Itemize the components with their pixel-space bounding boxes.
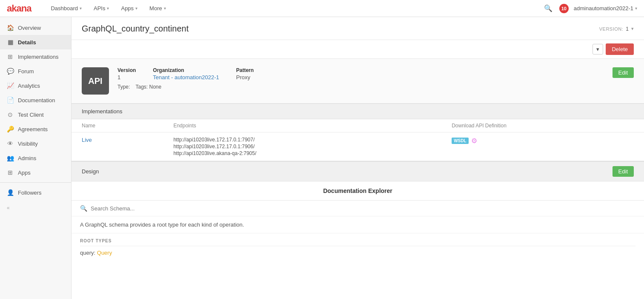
root-type-query: query: Query bbox=[80, 250, 635, 256]
version-label: VERSION: bbox=[599, 26, 624, 32]
sidebar-item-details[interactable]: ▦ Details bbox=[0, 35, 71, 49]
nav-apis[interactable]: APIs ▾ bbox=[88, 0, 115, 17]
agreements-icon: 🔑 bbox=[7, 126, 14, 132]
doc-explorer-title: Documentation Explorer bbox=[72, 181, 644, 201]
apps-icon: ⊞ bbox=[7, 169, 14, 176]
gear-icon[interactable]: ⚙ bbox=[471, 137, 477, 145]
visibility-icon: 👁 bbox=[7, 140, 14, 147]
impl-name-cell: Live bbox=[72, 132, 163, 161]
sidebar-item-implementations[interactable]: ⊞ Implementations bbox=[0, 49, 71, 64]
endpoint-3: http://api10203live.akana-qa-2:7905/ bbox=[173, 150, 431, 156]
root-types-section: ROOT TYPES query: Query bbox=[72, 233, 644, 261]
endpoint-list: http://api10203live.172.17.0.1:7907/ htt… bbox=[173, 137, 431, 156]
apps-chevron-icon: ▾ bbox=[135, 6, 137, 11]
impl-download-cell: WSDL ⚙ bbox=[441, 132, 644, 161]
implementations-icon: ⊞ bbox=[7, 53, 14, 60]
collapse-icon: « bbox=[7, 205, 10, 211]
top-nav-right: 🔍 10 adminautomation2022-1 ▾ bbox=[542, 3, 637, 14]
sidebar-item-agreements[interactable]: 🔑 Agreements bbox=[0, 122, 71, 136]
page-title: GraphQL_country_continent bbox=[82, 24, 189, 34]
design-section-header: Design Edit bbox=[72, 161, 644, 181]
forum-icon: 💬 bbox=[7, 68, 14, 75]
admins-icon: 👥 bbox=[7, 155, 14, 161]
sidebar-item-analytics[interactable]: 📈 Analytics bbox=[0, 78, 71, 93]
api-org-col: Organization Tenant - automation2022-1 bbox=[153, 67, 219, 80]
col-name: Name bbox=[72, 119, 163, 132]
wsdl-button[interactable]: WSDL bbox=[452, 138, 468, 144]
api-pattern-value: Proxy bbox=[236, 74, 254, 80]
impl-live-link[interactable]: Live bbox=[82, 137, 92, 143]
sidebar-divider bbox=[0, 182, 71, 183]
table-row: Live http://api10203live.172.17.0.1:7907… bbox=[72, 132, 644, 161]
api-org-value: Tenant - automation2022-1 bbox=[153, 74, 219, 80]
main-layout: 🏠 Overview ▦ Details ⊞ Implementations 💬… bbox=[0, 17, 644, 299]
doc-description: A GraphQL schema provides a root type fo… bbox=[72, 216, 644, 233]
sidebar-item-forum[interactable]: 💬 Forum bbox=[0, 64, 71, 78]
more-chevron-icon: ▾ bbox=[164, 6, 166, 11]
analytics-icon: 📈 bbox=[7, 82, 14, 89]
top-nav: akana Dashboard ▾ APIs ▾ Apps ▾ More ▾ 🔍… bbox=[0, 0, 644, 17]
tags-value: None bbox=[149, 84, 162, 90]
main-content: GraphQL_country_continent VERSION: 1 ▾ ▾… bbox=[72, 17, 644, 299]
download-buttons: WSDL ⚙ bbox=[452, 137, 634, 145]
doc-explorer: Documentation Explorer 🔍 A GraphQL schem… bbox=[72, 181, 644, 270]
api-version-col: Version 1 bbox=[117, 67, 136, 80]
api-edit-button[interactable]: Edit bbox=[613, 67, 634, 78]
nav-dashboard[interactable]: Dashboard ▾ bbox=[45, 0, 88, 17]
api-info-section: API Version 1 Organization Tenant - auto… bbox=[72, 59, 644, 104]
sidebar-item-apps[interactable]: ⊞ Apps bbox=[0, 165, 71, 180]
api-version-value: 1 bbox=[117, 74, 136, 80]
search-button[interactable]: 🔍 bbox=[542, 3, 554, 14]
implementations-section-header: Implementations bbox=[72, 104, 644, 119]
sidebar-item-visibility[interactable]: 👁 Visibility bbox=[0, 136, 71, 151]
design-section: Design Edit Documentation Explorer 🔍 A G… bbox=[72, 161, 644, 270]
api-type-tags: Type: Tags: None bbox=[117, 84, 634, 90]
root-types-label: ROOT TYPES bbox=[80, 239, 635, 246]
nav-links: Dashboard ▾ APIs ▾ Apps ▾ More ▾ bbox=[45, 0, 542, 17]
query-key: query: bbox=[80, 250, 95, 256]
nav-apps[interactable]: Apps ▾ bbox=[115, 0, 143, 17]
col-download: Download API Definition bbox=[441, 119, 644, 132]
query-value[interactable]: Query bbox=[97, 250, 112, 256]
sidebar-item-documentation[interactable]: 📄 Documentation bbox=[0, 93, 71, 107]
impl-endpoints-cell: http://api10203live.172.17.0.1:7907/ htt… bbox=[163, 132, 441, 161]
home-icon: 🏠 bbox=[7, 24, 14, 31]
version-chevron-icon[interactable]: ▾ bbox=[631, 26, 634, 32]
documentation-icon: 📄 bbox=[7, 97, 14, 104]
user-menu[interactable]: adminautomation2022-1 ▾ bbox=[574, 5, 637, 12]
endpoint-1: http://api10203live.172.17.0.1:7907/ bbox=[173, 137, 431, 143]
sidebar-item-test-client[interactable]: ⊙ Test Client bbox=[0, 107, 71, 122]
sidebar-item-followers[interactable]: 👤 Followers bbox=[0, 185, 71, 200]
table-header-row: Name Endpoints Download API Definition bbox=[72, 119, 644, 132]
endpoint-2: http://api10203live.172.17.0.1:7906/ bbox=[173, 144, 431, 150]
sidebar-collapse-button[interactable]: « bbox=[0, 201, 71, 214]
logo-text: akana bbox=[7, 3, 31, 14]
followers-icon: 👤 bbox=[7, 189, 14, 196]
nav-more[interactable]: More ▾ bbox=[143, 0, 172, 17]
apis-chevron-icon: ▾ bbox=[107, 6, 109, 11]
test-client-icon: ⊙ bbox=[7, 111, 14, 118]
implementations-table: Name Endpoints Download API Definition L… bbox=[72, 119, 644, 161]
version-value: 1 bbox=[626, 26, 629, 32]
dashboard-chevron-icon: ▾ bbox=[80, 6, 82, 11]
doc-search-icon: 🔍 bbox=[80, 205, 87, 212]
dropdown-chevron-icon: ▾ bbox=[596, 46, 599, 52]
doc-search-row: 🔍 bbox=[72, 201, 644, 216]
api-logo: API bbox=[82, 67, 109, 95]
sidebar-item-admins[interactable]: 👥 Admins bbox=[0, 151, 71, 165]
notification-badge[interactable]: 10 bbox=[559, 4, 569, 13]
api-meta-row-1: Version 1 Organization Tenant - automati… bbox=[117, 67, 634, 80]
dropdown-button[interactable]: ▾ bbox=[592, 44, 603, 55]
doc-search-input[interactable] bbox=[91, 205, 635, 212]
design-edit-button[interactable]: Edit bbox=[613, 166, 634, 177]
details-icon: ▦ bbox=[7, 39, 14, 46]
api-metadata: Version 1 Organization Tenant - automati… bbox=[117, 67, 634, 90]
col-endpoints: Endpoints bbox=[163, 119, 441, 132]
sidebar-item-overview[interactable]: 🏠 Overview bbox=[0, 20, 71, 35]
api-pattern-col: Pattern Proxy bbox=[236, 67, 254, 80]
logo[interactable]: akana bbox=[7, 3, 31, 14]
sidebar: 🏠 Overview ▦ Details ⊞ Implementations 💬… bbox=[0, 17, 72, 299]
delete-button[interactable]: Delete bbox=[606, 43, 634, 55]
org-link[interactable]: Tenant - automation2022-1 bbox=[153, 74, 219, 80]
search-icon: 🔍 bbox=[544, 5, 552, 12]
